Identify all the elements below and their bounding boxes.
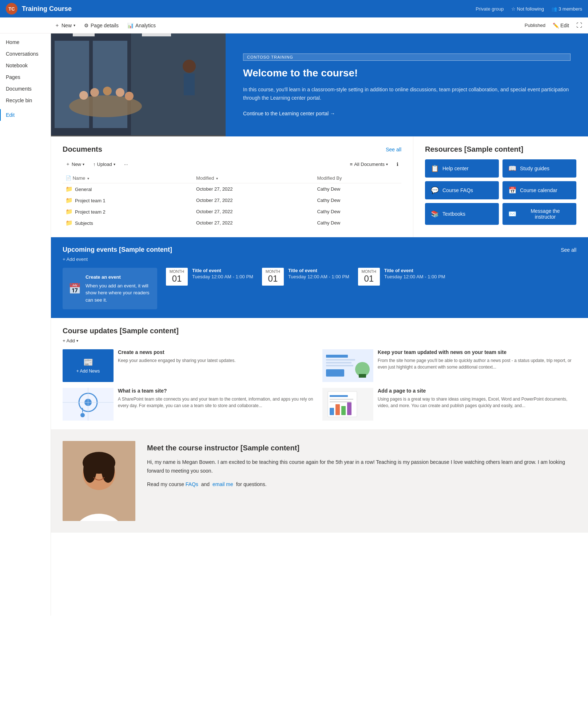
- hero-text: CONTOSO TRAINING Welcome to the course! …: [226, 33, 588, 136]
- add-news-box[interactable]: 📰 + Add News: [63, 349, 114, 382]
- sidebar-item-documents[interactable]: Documents: [0, 83, 51, 95]
- svg-point-46: [102, 471, 105, 475]
- svg-rect-13: [73, 33, 95, 36]
- events-see-all[interactable]: See all: [561, 247, 576, 253]
- instructor-email-link[interactable]: email me: [212, 481, 233, 487]
- news-thumb-4: [322, 388, 373, 421]
- docs-resources-section: Documents See all ＋ New ▾ ↑ Upload ▾ ···: [51, 136, 588, 237]
- hero-section: CONTOSO TRAINING Welcome to the course! …: [51, 33, 588, 136]
- fullscreen-button[interactable]: ⛶: [576, 22, 582, 29]
- col-modified-by: Modified By: [314, 173, 401, 183]
- add-event-button[interactable]: + Add event: [63, 256, 576, 262]
- events-title: Upcoming events [Sample content]: [63, 246, 172, 254]
- documents-table: 📄 Name ▾ Modified ▾ Modified By: [63, 173, 401, 228]
- page-details-button[interactable]: ⚙ Page details: [80, 20, 122, 31]
- add-news-dropdown[interactable]: + Add ▾: [63, 338, 576, 343]
- course-faqs-icon: 💬: [431, 186, 439, 194]
- docs-upload-button[interactable]: ↑ Upload ▾: [90, 160, 118, 168]
- create-event-card[interactable]: 📅 Create an event When you add an event,…: [63, 268, 157, 309]
- event-date-box-2: Month 01: [262, 268, 284, 286]
- event-item-1[interactable]: Month 01 Title of event Tuesday 12:00 AM…: [166, 268, 253, 286]
- sidebar-item-recycle-bin[interactable]: Recycle bin: [0, 95, 51, 106]
- not-following-button[interactable]: ☆ Not following: [511, 6, 544, 12]
- table-row[interactable]: 📁Project team 1 October 27, 2022 Cathy D…: [63, 195, 401, 206]
- table-row[interactable]: 📁Project team 2 October 27, 2022 Cathy D…: [63, 206, 401, 217]
- instructor-bio: Hi, my name is Megan Bowen. I am excited…: [147, 458, 576, 476]
- calendar-create-icon: 📅: [68, 283, 81, 295]
- sidebar: Home Conversations Notebook Pages Docume…: [0, 33, 51, 616]
- svg-point-11: [183, 60, 196, 73]
- event-item-3[interactable]: Month 01 Title of event Tuesday 12:00 AM…: [358, 268, 445, 286]
- course-calendar-icon: 📅: [508, 186, 516, 194]
- svg-point-9: [116, 88, 124, 97]
- events-row: 📅 Create an event When you add an event,…: [63, 268, 576, 309]
- published-status: Published: [525, 23, 545, 28]
- message-icon: ✉️: [508, 210, 516, 218]
- hero-title: Welcome to the course!: [243, 67, 571, 80]
- docs-new-button[interactable]: ＋ New ▾: [63, 159, 87, 169]
- col-name[interactable]: 📄 Name ▾: [63, 173, 193, 183]
- news-thumb-3: [63, 388, 114, 421]
- svg-rect-19: [326, 365, 353, 366]
- docs-all-docs-button[interactable]: ≡ All Documents ▾: [347, 160, 391, 168]
- site-title: Training Course: [22, 5, 476, 13]
- resource-course-calendar[interactable]: 📅 Course calendar: [502, 181, 576, 199]
- instructor-section: Meet the course instructor [Sample conte…: [51, 429, 588, 533]
- svg-rect-35: [330, 408, 334, 415]
- svg-rect-33: [330, 399, 353, 400]
- new-button[interactable]: ＋ New ▾: [51, 20, 79, 31]
- group-label: Private group: [476, 6, 504, 12]
- table-row[interactable]: 📁General October 27, 2022 Cathy Dew: [63, 183, 401, 195]
- resources-section: Resources [Sample content] 📋 Help center…: [413, 136, 588, 237]
- sidebar-item-pages[interactable]: Pages: [0, 71, 51, 83]
- svg-rect-32: [330, 395, 348, 397]
- sidebar-item-home[interactable]: Home: [0, 36, 51, 48]
- event-date-box-1: Month 01: [166, 268, 188, 286]
- textbooks-icon: 📚: [431, 210, 439, 218]
- edit-button[interactable]: ✏️ Edit: [550, 21, 572, 30]
- documents-section: Documents See all ＋ New ▾ ↑ Upload ▾ ···: [51, 136, 413, 237]
- svg-rect-2: [131, 33, 226, 135]
- members-count: 👥 3 members: [551, 6, 582, 12]
- hero-link[interactable]: Continue to the Learning center portal →: [243, 111, 571, 116]
- table-row[interactable]: 📁Subjects October 27, 2022 Cathy Dew: [63, 217, 401, 228]
- docs-more-button[interactable]: ···: [121, 160, 131, 168]
- documents-see-all[interactable]: See all: [386, 147, 401, 152]
- docs-info-button[interactable]: ℹ: [394, 160, 401, 168]
- news-card-team-updates[interactable]: Keep your team updated with news on your…: [322, 349, 576, 382]
- resource-message-instructor[interactable]: ✉️ Message the instructor: [502, 203, 576, 225]
- analytics-button[interactable]: 📊 Analytics: [124, 20, 159, 31]
- instructor-faqs-link[interactable]: FAQs: [186, 481, 198, 487]
- sidebar-item-notebook[interactable]: Notebook: [0, 60, 51, 71]
- avatar: TC: [6, 3, 17, 15]
- news-thumb-2: [322, 349, 373, 382]
- hero-image: [51, 33, 226, 136]
- svg-point-8: [103, 87, 112, 95]
- main-content: CONTOSO TRAINING Welcome to the course! …: [51, 33, 588, 616]
- news-post-icon: 📰: [83, 358, 93, 367]
- resource-help-center[interactable]: 📋 Help center: [425, 159, 499, 178]
- svg-point-7: [90, 88, 99, 97]
- hero-description: In this course, you'll learn in a classr…: [243, 85, 571, 102]
- svg-rect-37: [341, 406, 346, 415]
- svg-point-43: [83, 457, 96, 483]
- help-center-icon: 📋: [431, 164, 439, 172]
- event-item-2[interactable]: Month 01 Title of event Tuesday 12:00 AM…: [262, 268, 349, 286]
- svg-rect-22: [359, 374, 366, 378]
- top-bar: TC Training Course Private group ☆ Not f…: [0, 0, 588, 17]
- resource-study-guides[interactable]: 📖 Study guides: [502, 159, 576, 178]
- sidebar-item-conversations[interactable]: Conversations: [0, 48, 51, 60]
- resource-textbooks[interactable]: 📚 Textbooks: [425, 203, 499, 225]
- col-modified[interactable]: Modified ▾: [193, 173, 314, 183]
- resource-course-faqs[interactable]: 💬 Course FAQs: [425, 181, 499, 199]
- news-grid: 📰 + Add News Create a news post Keep you…: [63, 349, 576, 421]
- svg-rect-12: [184, 73, 195, 95]
- svg-rect-36: [335, 404, 340, 415]
- svg-point-44: [102, 457, 115, 483]
- news-card-add-page[interactable]: Add a page to a site Using pages is a gr…: [322, 388, 576, 421]
- sidebar-item-edit[interactable]: Edit: [0, 109, 51, 121]
- svg-rect-34: [330, 401, 351, 402]
- second-nav: ＋ New ▾ ⚙ Page details 📊 Analytics Publi…: [0, 17, 588, 33]
- news-card-team-site[interactable]: What is a team site? A SharePoint team s…: [63, 388, 317, 421]
- event-date-box-3: Month 01: [358, 268, 380, 286]
